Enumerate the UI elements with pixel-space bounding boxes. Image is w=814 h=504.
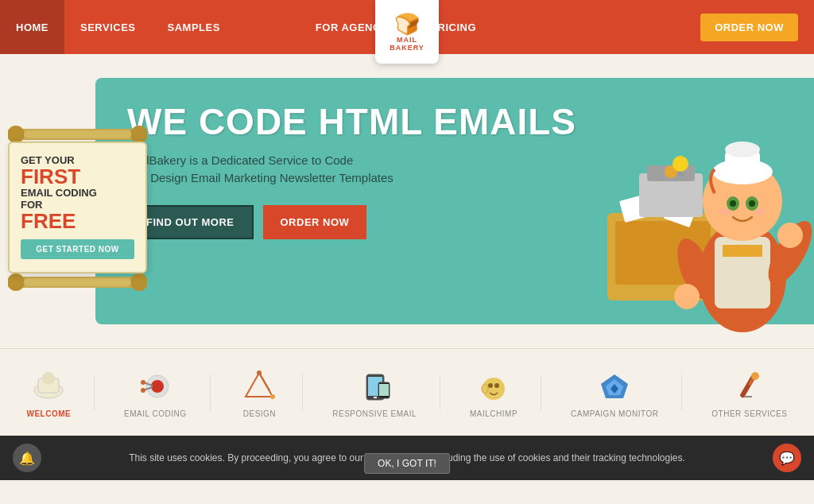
logo-text: MAILBAKERY — [390, 37, 424, 52]
service-other[interactable]: OTHER SERVICES — [704, 366, 795, 418]
other-services-label: OTHER SERVICES — [711, 409, 787, 418]
svg-rect-7 — [24, 278, 131, 286]
welcome-icon — [29, 366, 68, 406]
svg-point-22 — [777, 223, 803, 248]
baker-illustration — [480, 54, 814, 348]
svg-point-46 — [257, 370, 262, 375]
service-design[interactable]: DESIGN — [231, 366, 287, 418]
svg-point-42 — [141, 380, 145, 385]
responsive-icon — [355, 366, 394, 406]
svg-point-54 — [488, 383, 493, 388]
svg-point-2 — [130, 126, 147, 143]
svg-rect-18 — [723, 245, 762, 257]
nav-order-button[interactable]: ORDER NOW — [700, 14, 798, 41]
scroll-promo: GET YOUR FIRST EMAIL CODING FOR FREE GET… — [8, 126, 147, 291]
navigation: HOME SERVICES SAMPLES FOR AGENCIES PRICI… — [0, 0, 814, 54]
svg-rect-52 — [379, 384, 389, 396]
hero-subtitle: MailBakery is a Dedicated Service to Cod… — [127, 152, 413, 188]
other-services-icon — [730, 366, 769, 406]
services-bar: WELCOME EMAIL CODING DESIGN — [0, 348, 814, 436]
svg-point-5 — [8, 273, 25, 291]
cookie-bar: 🔔 This site uses cookies. By proceeding,… — [0, 436, 814, 480]
svg-point-32 — [754, 208, 766, 215]
promo-line3: EMAIL CODING — [21, 187, 134, 199]
hero-order-button[interactable]: ORDER NOW — [263, 205, 367, 239]
service-campaign-monitor[interactable]: CAMPAIGN MONITOR — [563, 366, 666, 418]
mailchimp-label: MAILCHIMP — [470, 409, 517, 418]
svg-marker-44 — [246, 373, 273, 397]
design-icon — [239, 366, 279, 406]
svg-rect-34 — [678, 172, 683, 176]
svg-point-56 — [482, 384, 488, 394]
chat-button[interactable]: 💬 — [773, 444, 801, 472]
svg-point-37 — [42, 372, 55, 385]
service-responsive[interactable]: RESPONSIVE EMAIL — [324, 366, 424, 418]
get-started-button[interactable]: GET STARTED NOW — [21, 239, 134, 259]
nav-right: ORDER NOW — [700, 14, 814, 41]
service-mailchimp[interactable]: MAILCHIMP — [462, 366, 525, 418]
nav-services[interactable]: SERVICES — [64, 0, 152, 54]
email-coding-icon — [135, 366, 175, 406]
svg-point-26 — [725, 142, 760, 157]
site-logo[interactable]: 🍞 MAILBAKERY — [375, 0, 439, 64]
rolling-pin-svg — [8, 126, 147, 143]
scroll-body: GET YOUR FIRST EMAIL CODING FOR FREE GET… — [8, 142, 147, 273]
svg-point-43 — [141, 388, 145, 393]
svg-rect-3 — [24, 130, 131, 138]
svg-point-33 — [673, 156, 688, 172]
svg-point-6 — [130, 273, 147, 291]
hero-section: GET YOUR FIRST EMAIL CODING FOR FREE GET… — [0, 54, 814, 348]
svg-line-45 — [259, 373, 269, 390]
svg-point-55 — [494, 383, 499, 388]
nav-home[interactable]: HOME — [0, 0, 64, 54]
svg-point-21 — [674, 284, 700, 309]
svg-point-1 — [8, 126, 25, 143]
svg-point-47 — [270, 394, 275, 399]
nav-samples[interactable]: SAMPLES — [152, 0, 236, 54]
notification-bell-button[interactable]: 🔔 — [13, 444, 41, 472]
campaign-monitor-label: CAMPAIGN MONITOR — [571, 409, 658, 418]
promo-line2: FIRST — [21, 166, 134, 187]
service-email-coding[interactable]: EMAIL CODING — [116, 366, 194, 418]
svg-point-62 — [751, 372, 759, 380]
mailchimp-icon — [474, 366, 514, 406]
email-coding-label: EMAIL CODING — [124, 409, 186, 418]
hero-illustration — [480, 54, 814, 348]
rolling-pin-bottom-svg — [8, 273, 147, 291]
responsive-label: RESPONSIVE EMAIL — [332, 409, 417, 418]
logo-icon: 🍞 — [394, 12, 420, 37]
svg-point-29 — [730, 200, 736, 207]
cookie-accept-button[interactable]: OK, I GOT IT! — [364, 453, 450, 474]
promo-line5: FREE — [21, 211, 134, 231]
svg-point-31 — [719, 208, 731, 215]
welcome-label: WELCOME — [26, 409, 71, 418]
service-welcome[interactable]: WELCOME — [18, 366, 79, 418]
design-label: DESIGN — [243, 409, 276, 418]
svg-point-39 — [151, 380, 164, 393]
svg-point-30 — [749, 200, 755, 207]
campaign-monitor-icon — [595, 366, 634, 406]
nav-items: HOME SERVICES SAMPLES FOR AGENCIES PRICI… — [0, 0, 700, 54]
